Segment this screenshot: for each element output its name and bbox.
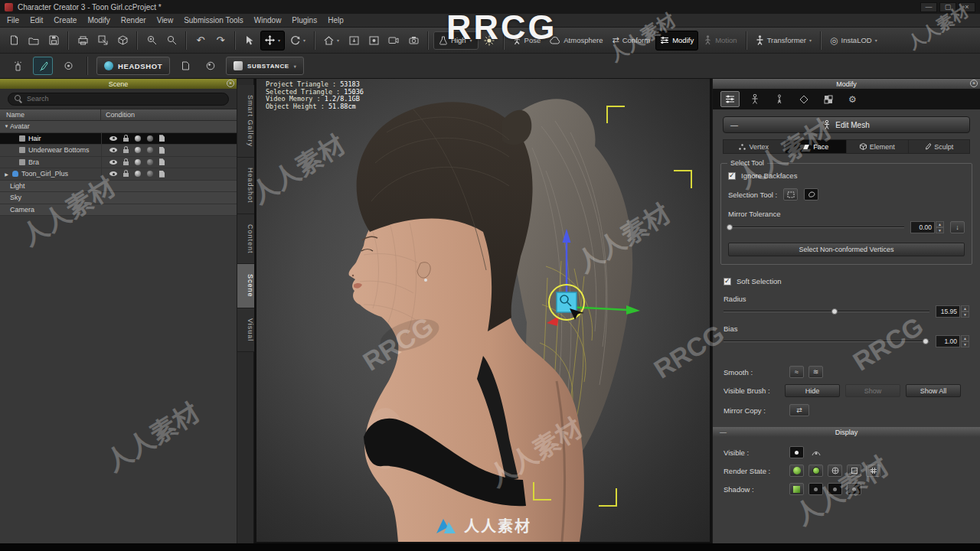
- render-sphere-icon[interactable]: [147, 159, 153, 165]
- viewport-3d[interactable]: Project Triangle : 53183 Selected Triang…: [254, 79, 712, 543]
- visibility-eye-icon[interactable]: [109, 136, 117, 141]
- tree-row-sky[interactable]: Sky: [0, 192, 237, 204]
- camera-body-button[interactable]: [404, 31, 423, 51]
- redo-button[interactable]: ↷: [211, 31, 230, 51]
- substance-painter-button[interactable]: SUBSTANCE ▾: [226, 57, 304, 75]
- panel-close-icon[interactable]: ×: [227, 80, 234, 87]
- slider-thumb[interactable]: [923, 338, 929, 344]
- brush-tool-icon[interactable]: [33, 57, 53, 75]
- mirror-tolerance-slider[interactable]: [728, 223, 904, 232]
- tree-row-avatar[interactable]: ▼ Avatar: [0, 121, 237, 133]
- tree-row-light[interactable]: Light: [0, 181, 237, 193]
- undo-button[interactable]: ↶: [191, 31, 210, 51]
- mode-element[interactable]: Element: [847, 140, 909, 153]
- tab-headshot[interactable]: Headshot: [237, 158, 254, 214]
- shadow-cast-icon[interactable]: [789, 483, 804, 495]
- pose-button[interactable]: Pose: [509, 31, 545, 51]
- material-sphere-icon[interactable]: [135, 135, 141, 142]
- motion-button[interactable]: Motion: [700, 31, 741, 51]
- collapse-minus-icon[interactable]: —: [730, 121, 738, 129]
- spin-up-icon[interactable]: ▲: [936, 221, 944, 227]
- menu-edit[interactable]: Edit: [24, 16, 48, 24]
- menu-modify[interactable]: Modify: [82, 16, 115, 24]
- smooth-strong-icon[interactable]: ≋: [808, 366, 823, 378]
- menu-view[interactable]: View: [152, 16, 179, 24]
- tab-visual[interactable]: Visual: [237, 308, 254, 352]
- tab-smart-gallery[interactable]: Smart Gallery: [237, 85, 254, 158]
- material-sphere-icon[interactable]: [135, 159, 141, 165]
- visibility-eye-icon[interactable]: [109, 160, 117, 165]
- shadow-self-icon[interactable]: [828, 483, 842, 495]
- column-name[interactable]: Name: [0, 109, 101, 120]
- render-sphere-icon[interactable]: [147, 147, 153, 153]
- camera-view-button[interactable]: [384, 31, 403, 51]
- texture-page-icon[interactable]: [175, 57, 195, 75]
- home-view-button[interactable]: ▾: [320, 31, 343, 51]
- ignore-backfaces-checkbox[interactable]: [728, 172, 736, 180]
- apply-down-icon[interactable]: ↓: [950, 221, 965, 233]
- gizmo-x-axis[interactable]: [626, 305, 640, 315]
- frame-selected-button[interactable]: [364, 31, 383, 51]
- tab-content[interactable]: Content: [237, 214, 254, 265]
- search-input[interactable]: [27, 95, 222, 103]
- collapse-arrow-icon[interactable]: ▼: [3, 124, 10, 129]
- lock-icon[interactable]: [123, 161, 129, 165]
- select-nonconformed-button[interactable]: Select Non-conformed Vertices: [728, 243, 965, 256]
- tree-row-toon-girl-plus[interactable]: ▶ Toon_Girl_Plus: [0, 168, 237, 181]
- spin-down-icon[interactable]: ▼: [961, 311, 969, 318]
- transformer-button[interactable]: Transformer▾: [752, 31, 815, 51]
- visibility-eye-icon[interactable]: [109, 148, 117, 152]
- menu-create[interactable]: Create: [48, 16, 82, 24]
- print-screen-button[interactable]: [74, 31, 92, 51]
- open-project-button[interactable]: [24, 31, 43, 51]
- menu-window[interactable]: Window: [249, 16, 287, 24]
- shadow-only-icon[interactable]: [847, 483, 861, 495]
- visible-aux-icon[interactable]: [808, 446, 823, 458]
- instalod-button[interactable]: ◎InstaLOD▾: [826, 31, 881, 51]
- rect-select-icon[interactable]: [783, 188, 798, 201]
- material-ball-icon[interactable]: [201, 57, 220, 75]
- menu-render[interactable]: Render: [116, 16, 152, 24]
- minimize-button[interactable]: —: [920, 2, 937, 12]
- spin-up-icon[interactable]: ▲: [961, 305, 969, 311]
- frame-all-button[interactable]: [345, 31, 363, 51]
- lock-icon[interactable]: [123, 149, 129, 153]
- tree-row-camera[interactable]: Camera: [0, 204, 237, 217]
- rotate-tool-button[interactable]: ▾: [286, 31, 309, 51]
- hide-button[interactable]: Hide: [785, 384, 840, 397]
- details-page-icon[interactable]: [159, 135, 165, 142]
- search-box[interactable]: [8, 93, 229, 106]
- render-state-wireframe-icon[interactable]: [828, 465, 842, 477]
- material-sphere-icon[interactable]: [135, 147, 141, 153]
- modify-button[interactable]: Modify: [655, 31, 698, 51]
- column-condition[interactable]: Condition: [101, 109, 237, 120]
- render-state-wire-shaded-icon[interactable]: [808, 465, 823, 477]
- spray-tool-icon[interactable]: [8, 57, 28, 75]
- atmosphere-button[interactable]: Atmosphere: [546, 31, 606, 51]
- render-state-shaded-icon[interactable]: [789, 465, 804, 477]
- menu-file[interactable]: File: [2, 16, 24, 24]
- export-button[interactable]: [93, 31, 112, 51]
- radius-value[interactable]: 15.95: [936, 305, 960, 318]
- close-button[interactable]: ×: [959, 2, 975, 12]
- render-quality-dropdown[interactable]: High ▾: [433, 31, 479, 50]
- zoom-region-icon[interactable]: [162, 31, 181, 51]
- slider-thumb[interactable]: [727, 224, 733, 230]
- show-button[interactable]: Show: [845, 384, 900, 397]
- maximize-button[interactable]: ▢: [939, 2, 956, 12]
- lock-icon[interactable]: [123, 138, 129, 142]
- cart-tool-icon[interactable]: [58, 57, 78, 75]
- display-section-header[interactable]: — Display: [713, 427, 980, 437]
- smooth-wave-icon[interactable]: ≈: [789, 366, 804, 378]
- skeleton-icon[interactable]: [769, 91, 789, 107]
- lock-icon[interactable]: [123, 173, 129, 177]
- select-tool-button[interactable]: [240, 31, 259, 51]
- morph-icon[interactable]: [794, 91, 813, 107]
- character-icon[interactable]: [745, 91, 764, 107]
- gear-icon[interactable]: ⚙: [843, 91, 862, 107]
- edit-mesh-bar[interactable]: — Edit Mesh: [723, 116, 970, 133]
- spin-down-icon[interactable]: ▼: [961, 341, 969, 347]
- radius-slider[interactable]: [724, 307, 929, 316]
- soft-selection-checkbox[interactable]: [724, 278, 731, 285]
- new-project-button[interactable]: [5, 31, 23, 51]
